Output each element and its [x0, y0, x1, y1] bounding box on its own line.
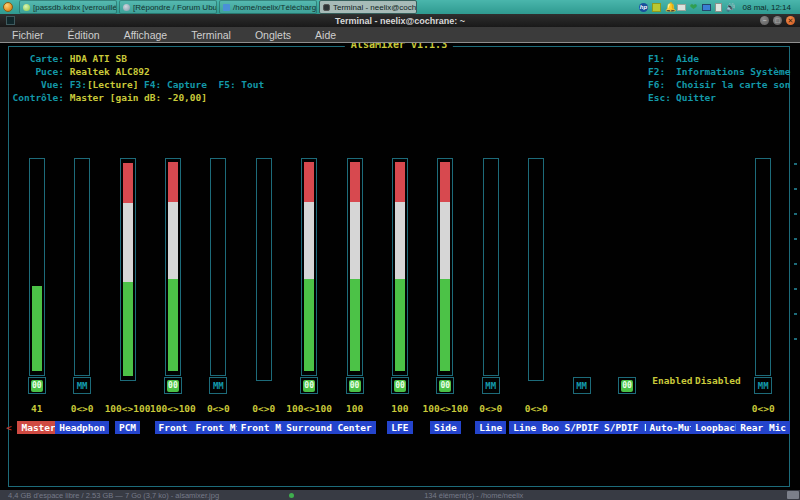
- scrollbar-tick[interactable]: [794, 338, 797, 340]
- close-button[interactable]: ✕: [786, 16, 795, 25]
- volume-fill-area: [304, 163, 314, 371]
- menu-fichier[interactable]: Fichier: [0, 29, 56, 41]
- mute-switch-box: MM: [209, 377, 227, 394]
- window-titlebar[interactable]: Terminal - neelix@cochrane: ~ − □ ✕: [0, 14, 800, 27]
- notes-icon[interactable]: [652, 3, 661, 12]
- volume-seg-green: [168, 279, 178, 371]
- volume-bar: [74, 158, 90, 376]
- statusbar-left-text: 4,4 GB d'espace libre / 2.53 GB — 7 Go (…: [0, 491, 219, 500]
- scrollbar-tick[interactable]: [794, 163, 797, 165]
- switch-muted-label: MM: [758, 381, 769, 391]
- volume-fill-area: [395, 163, 405, 371]
- channel-label[interactable]: Side: [430, 421, 461, 434]
- volume-fill-area: [32, 163, 42, 371]
- volume-fill-area: [350, 163, 360, 371]
- scrollbar-tick[interactable]: [794, 238, 797, 240]
- volume-seg-green: [350, 279, 360, 371]
- taskbar-button-keepass[interactable]: [passdb.kdbx [verrouillé] - K...: [19, 0, 117, 14]
- taskbar: [passdb.kdbx [verrouillé] - K... [Répond…: [0, 0, 800, 14]
- mute-switch-box: 00: [346, 377, 364, 394]
- browser-icon: [123, 4, 130, 11]
- menubar: Fichier Édition Affichage Terminal Ongle…: [0, 27, 800, 43]
- system-tray: hp 🔔 ❤ 🔊 08 mai, 12:14: [639, 3, 800, 12]
- channel-label[interactable]: Front: [155, 421, 192, 434]
- switch-on-badge: 00: [394, 380, 406, 392]
- volume-seg-white: [123, 203, 133, 282]
- clock[interactable]: 08 mai, 12:14: [740, 3, 796, 12]
- minimize-button[interactable]: −: [760, 16, 769, 25]
- volume-bar: [29, 158, 45, 376]
- switch-on-badge: 00: [167, 380, 179, 392]
- volume-seg-green: [123, 282, 133, 376]
- scrollbar-tick[interactable]: [794, 188, 797, 190]
- enum-value: Disabled: [691, 375, 744, 386]
- scrollbar-tick[interactable]: [794, 263, 797, 265]
- volume-bar: [347, 158, 363, 376]
- channel-label[interactable]: Line: [475, 421, 506, 434]
- taskbar-button-label: [Répondre / Forum Ubuntu-f...: [133, 3, 217, 12]
- menu-edition[interactable]: Édition: [56, 29, 112, 41]
- mail-icon[interactable]: [677, 4, 686, 11]
- applications-menu-icon[interactable]: [3, 2, 13, 12]
- bell-icon[interactable]: 🔔: [665, 3, 673, 12]
- switch-on-badge: 00: [303, 380, 315, 392]
- terminal-screen[interactable]: AlsaMixer v1.1.3 Carte: HDA ATI SB Puce:…: [0, 43, 800, 490]
- window-controls: − □ ✕: [760, 16, 800, 25]
- hp-logo-icon[interactable]: hp: [639, 3, 648, 12]
- taskbar-button-label: /home/neelix/Téléchargeme...: [233, 3, 317, 12]
- switch-muted-label: MM: [576, 381, 587, 391]
- volume-fill-area: [758, 163, 768, 371]
- channel-name-row: Rear Mic: [733, 416, 794, 435]
- mute-switch-box: 00: [28, 377, 46, 394]
- menu-aide[interactable]: Aide: [303, 29, 348, 41]
- mute-switch-box: 00: [436, 377, 454, 394]
- volume-bar: [165, 158, 181, 376]
- statusbar-right-text: 134 élément(s) - /home/neelix: [424, 491, 523, 500]
- channel-rear-mic: MM0<>0Rear Mic: [741, 43, 786, 490]
- volume-bar: [528, 158, 544, 381]
- volume-seg-green: [440, 279, 450, 371]
- taskbar-button-label: [passdb.kdbx [verrouillé] - K...: [33, 3, 117, 12]
- volume-seg-red: [304, 162, 314, 202]
- statusbar-grip: [787, 491, 799, 499]
- mute-switch-box: MM: [573, 377, 591, 394]
- volume-seg-white: [304, 202, 314, 279]
- channel-value: 0<>0: [507, 403, 564, 414]
- channel-label[interactable]: LFE: [387, 421, 412, 434]
- volume-fill-area: [168, 163, 178, 371]
- mute-switch-box: MM: [73, 377, 91, 394]
- keyring-icon[interactable]: ❤: [690, 3, 698, 12]
- volume-seg-green: [395, 279, 405, 371]
- scrollbar-tick[interactable]: [794, 288, 797, 290]
- volume-seg-red: [395, 162, 405, 202]
- volume-fill-area: [123, 163, 133, 376]
- scrollbar-tick[interactable]: [794, 213, 797, 215]
- volume-fill-area: [259, 163, 269, 376]
- taskbar-button-filemanager[interactable]: /home/neelix/Téléchargeme...: [219, 0, 317, 14]
- switch-on-badge: 00: [349, 380, 361, 392]
- channel-label[interactable]: PCM: [115, 421, 140, 434]
- volume-seg-white: [168, 202, 178, 279]
- keepass-icon: [23, 4, 30, 11]
- volume-fill-area: [440, 163, 450, 371]
- menu-onglets[interactable]: Onglets: [243, 29, 303, 41]
- volume-fill-area: [77, 163, 87, 371]
- maximize-button[interactable]: □: [773, 16, 782, 25]
- taskbar-button-label: Terminal - neelix@cochrane: ~: [333, 3, 417, 12]
- taskbar-button-terminal[interactable]: Terminal - neelix@cochrane: ~: [319, 0, 417, 14]
- volume-bar: [210, 158, 226, 376]
- channel-label[interactable]: Rear Mic: [736, 421, 790, 434]
- volume-seg-white: [350, 202, 360, 279]
- display-icon[interactable]: [702, 4, 711, 11]
- taskbar-button-browser[interactable]: [Répondre / Forum Ubuntu-f...: [119, 0, 217, 14]
- scrollbar-tick[interactable]: [794, 313, 797, 315]
- menu-terminal[interactable]: Terminal: [179, 29, 243, 41]
- battery-icon[interactable]: [715, 3, 722, 12]
- menu-affichage[interactable]: Affichage: [112, 29, 180, 41]
- mute-switch-box: MM: [482, 377, 500, 394]
- volume-bar: [256, 158, 272, 381]
- volume-seg-red: [440, 162, 450, 202]
- volume-icon[interactable]: 🔊: [726, 3, 736, 12]
- mute-switch-box: MM: [754, 377, 772, 394]
- status-ok-icon: [289, 493, 294, 498]
